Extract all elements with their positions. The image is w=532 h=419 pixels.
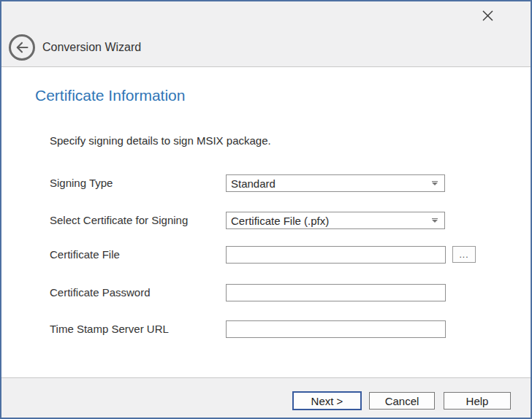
browse-button[interactable]: ... — [452, 246, 476, 263]
help-button[interactable]: Help — [444, 392, 511, 410]
signing-type-select[interactable]: Standard — [226, 174, 445, 192]
conversion-wizard-dialog: Conversion Wizard Certificate Informatio… — [0, 0, 532, 419]
page-title: Certificate Information — [35, 87, 185, 104]
page-description: Specify signing details to sign MSIX pac… — [50, 134, 271, 147]
back-arrow-icon — [15, 40, 29, 55]
wizard-title: Conversion Wizard — [42, 41, 141, 54]
certificate-password-label: Certificate Password — [50, 284, 151, 301]
chevron-down-icon — [432, 182, 438, 185]
certificate-source-select[interactable]: Certificate File (.pfx) — [226, 212, 445, 229]
cancel-button[interactable]: Cancel — [369, 392, 435, 410]
certificate-file-input[interactable] — [226, 246, 446, 264]
certificate-source-value: Certificate File (.pfx) — [231, 215, 329, 227]
timestamp-url-input[interactable] — [226, 320, 446, 338]
certificate-password-input[interactable] — [226, 284, 446, 301]
chevron-down-icon — [432, 220, 438, 223]
signing-type-value: Standard — [231, 177, 276, 190]
timestamp-url-label: Time Stamp Server URL — [50, 320, 169, 338]
next-button[interactable]: Next > — [292, 391, 362, 410]
certificate-source-label: Select Certificate for Signing — [50, 212, 188, 229]
close-button[interactable] — [476, 4, 499, 26]
close-icon — [482, 9, 494, 22]
back-button[interactable] — [9, 34, 35, 61]
wizard-header: Conversion Wizard — [1, 1, 531, 67]
certificate-file-label: Certificate File — [50, 246, 120, 264]
wizard-footer: Next > Cancel Help — [1, 377, 531, 418]
signing-type-label: Signing Type — [50, 174, 113, 192]
